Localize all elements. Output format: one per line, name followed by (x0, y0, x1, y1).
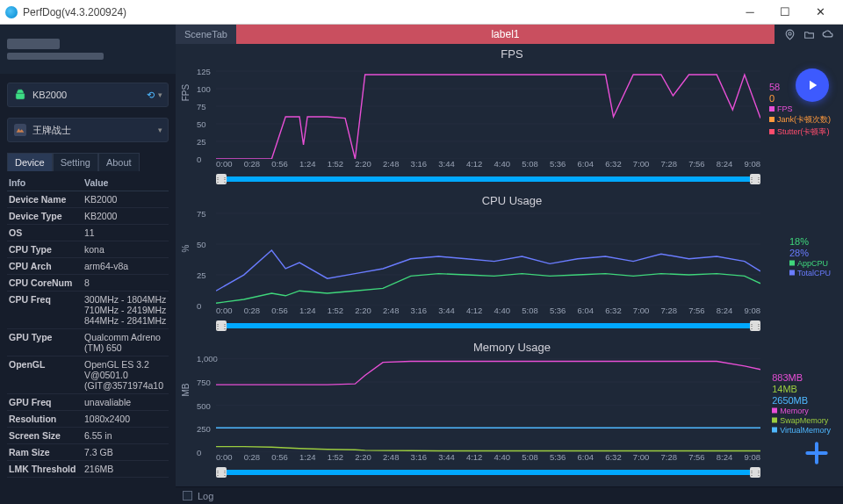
svg-rect-0 (14, 124, 26, 136)
info-value: 300MHz - 1804MHz 710MHz - 2419MHz 844MHz… (83, 292, 169, 329)
location-icon[interactable] (783, 28, 796, 40)
device-info-table: Info Value Device NameKB2000Device TypeK… (7, 175, 169, 478)
record-label-tab[interactable]: label1 (236, 25, 775, 44)
x-tick: 8:24 (717, 306, 733, 318)
chart-svg (216, 207, 760, 306)
y-axis-label: % (181, 245, 191, 253)
cloud-icon[interactable] (822, 28, 834, 40)
app-icon (13, 123, 27, 137)
scroll-handle-left[interactable]: ⋮⋮ (216, 174, 227, 184)
chart-svg (216, 61, 760, 159)
info-key: Device Name (7, 191, 83, 208)
close-button[interactable]: ✕ (803, 0, 838, 25)
chart-plot-area[interactable]: MB02505007501,000883MB14MB2650MBMemorySw… (193, 354, 831, 452)
scroll-handle-right[interactable]: ⋮⋮ (750, 320, 760, 331)
legend-item[interactable]: FPS (769, 104, 831, 113)
y-tick: 0 (197, 301, 201, 311)
info-key: OpenGL (7, 356, 83, 394)
maximize-button[interactable]: ☐ (767, 0, 803, 25)
topbar-icons (775, 25, 843, 44)
main-panel: SceneTab label1 FPSFPS0255075100125580FP… (176, 25, 843, 504)
chart-plot-area[interactable]: %025507518%28%AppCPUTotalCPU (193, 207, 831, 306)
link-icon[interactable]: ⟲ (147, 90, 155, 101)
timeline-scrollbar[interactable]: ⋮⋮⋮⋮ (216, 173, 760, 185)
x-tick: 0:56 (271, 306, 288, 318)
log-checkbox[interactable] (183, 491, 192, 500)
table-row: GPU TypeQualcomm Adreno (TM) 650 (7, 329, 169, 356)
x-axis: 0:000:280:561:241:522:202:483:163:444:12… (216, 159, 760, 171)
scene-tab[interactable]: SceneTab (176, 25, 236, 44)
x-tick: 7:28 (661, 452, 678, 464)
chart-title: CPU Usage (193, 194, 831, 207)
legend-item[interactable]: Memory (772, 407, 831, 415)
legend-item[interactable]: SwapMemory (772, 416, 831, 425)
x-tick: 0:00 (216, 159, 233, 171)
legend-item[interactable]: VirtualMemory (772, 426, 831, 435)
add-chart-button[interactable] (803, 439, 831, 467)
timeline-scrollbar[interactable]: ⋮⋮⋮⋮ (216, 466, 760, 479)
legend-item[interactable]: TotalCPU (789, 269, 831, 277)
x-tick: 3:44 (438, 306, 455, 318)
legend-item[interactable]: Jank(卡顿次数) (769, 114, 831, 126)
info-value: Qualcomm Adreno (TM) 650 (83, 329, 169, 356)
x-tick: 5:08 (522, 159, 538, 171)
x-tick: 7:00 (633, 452, 650, 464)
x-tick: 0:28 (244, 306, 261, 318)
info-key: Screen Size (7, 428, 83, 444)
legend-item[interactable]: AppCPU (789, 259, 831, 268)
x-tick: 2:48 (383, 452, 400, 464)
device-selector[interactable]: KB2000 ⟲ ▾ (7, 83, 169, 107)
scroll-handle-left[interactable]: ⋮⋮ (216, 467, 227, 478)
x-tick: 1:52 (328, 159, 344, 171)
x-tick: 6:32 (605, 452, 622, 464)
x-tick: 1:24 (299, 306, 316, 318)
svg-point-1 (788, 32, 790, 34)
scroll-handle-right[interactable]: ⋮⋮ (750, 174, 760, 184)
legend-item[interactable]: Stutter(卡顿率) (769, 126, 831, 138)
info-value: 6.55 in (83, 428, 169, 444)
scroll-handle-right[interactable]: ⋮⋮ (750, 467, 760, 478)
x-tick: 5:08 (522, 306, 538, 318)
play-button[interactable] (796, 68, 829, 102)
chart-plot-area[interactable]: FPS0255075100125580FPSJank(卡顿次数)Stutter(… (193, 61, 831, 159)
x-tick: 2:48 (383, 159, 400, 171)
chevron-down-icon: ▾ (158, 126, 162, 134)
info-key: LMK Threshold (7, 461, 83, 478)
info-value: KB2000 (83, 208, 169, 225)
x-tick: 7:56 (688, 159, 705, 171)
x-tick: 2:20 (355, 306, 371, 318)
x-tick: 0:28 (244, 159, 261, 171)
info-key: Device Type (7, 208, 83, 225)
table-row: Device TypeKB2000 (7, 208, 169, 225)
table-row: Ram Size7.3 GB (7, 444, 169, 461)
x-tick: 7:56 (688, 306, 705, 318)
device-selector-label: KB2000 (32, 90, 147, 100)
info-key: Ram Size (7, 444, 83, 461)
x-tick: 8:24 (717, 159, 733, 171)
y-tick: 50 (197, 240, 206, 249)
x-tick: 0:56 (271, 159, 288, 171)
x-tick: 1:24 (299, 159, 316, 171)
chart-title: Memory Usage (193, 341, 831, 354)
log-label: Log (198, 491, 213, 501)
x-tick: 7:00 (633, 306, 650, 318)
app-selector[interactable]: 王牌战士 ▾ (7, 118, 169, 142)
x-tick: 7:28 (661, 306, 678, 318)
x-tick: 3:44 (438, 159, 455, 171)
charts-area: FPSFPS0255075100125580FPSJank(卡顿次数)Stutt… (176, 44, 843, 486)
minimize-button[interactable]: ─ (732, 0, 767, 25)
sidebar-tabs: Device Setting About (7, 153, 169, 171)
redacted-logo (7, 39, 60, 49)
info-value: arm64-v8a (83, 258, 169, 275)
scroll-handle-left[interactable]: ⋮⋮ (216, 320, 227, 331)
folder-icon[interactable] (803, 28, 815, 40)
tab-device[interactable]: Device (7, 153, 53, 171)
timeline-scrollbar[interactable]: ⋮⋮⋮⋮ (216, 320, 760, 332)
x-tick: 4:40 (494, 452, 511, 464)
info-key: Resolution (7, 411, 83, 428)
info-value: unavaliable (83, 394, 169, 411)
tab-about[interactable]: About (98, 153, 140, 171)
info-key: CPU Type (7, 241, 83, 258)
info-value: KB2000 (83, 191, 169, 208)
tab-setting[interactable]: Setting (53, 153, 98, 171)
